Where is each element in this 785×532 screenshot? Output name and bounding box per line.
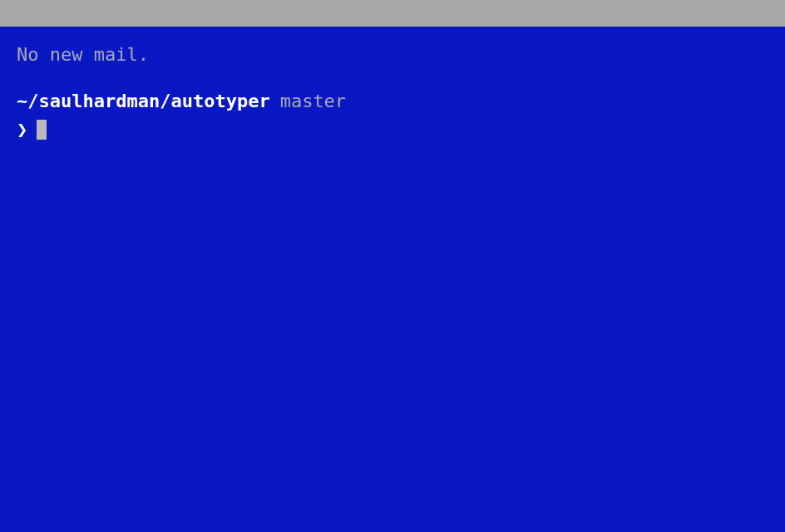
mail-status-text: No new mail. [17, 42, 768, 68]
git-branch: master [280, 88, 346, 115]
terminal-viewport[interactable]: No new mail. ~/saulhardman/autotyper mas… [0, 27, 785, 158]
prompt-symbol: ❯ [17, 116, 27, 143]
cursor-block [37, 120, 47, 140]
command-input-line[interactable]: ❯ [17, 116, 768, 143]
window-titlebar[interactable] [0, 0, 785, 27]
prompt-line: ~/saulhardman/autotyper master [17, 88, 768, 115]
cwd-path: ~/saulhardman/autotyper [17, 88, 270, 115]
